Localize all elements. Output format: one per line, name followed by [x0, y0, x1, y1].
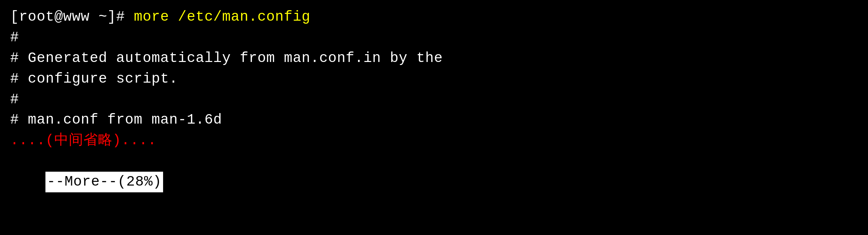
- line-configure: # configure script.: [10, 69, 858, 89]
- more-line: --More--(28%): [10, 151, 858, 213]
- terminal-window: [root@www ~]# more /etc/man.config # # G…: [0, 0, 868, 235]
- line-hash2: #: [10, 89, 858, 110]
- prompt-line: [root@www ~]# more /etc/man.config: [10, 7, 858, 27]
- line-hash1: #: [10, 27, 858, 48]
- line-omitted: ....(中间省略)....: [10, 130, 858, 151]
- more-indicator: --More--(28%): [45, 172, 163, 192]
- line-manconf: # man.conf from man-1.6d: [10, 110, 858, 130]
- line-generated: # Generated automatically from man.conf.…: [10, 48, 858, 69]
- prompt-prefix: [root@www ~]#: [10, 7, 134, 27]
- prompt-command: more /etc/man.config: [134, 7, 311, 27]
